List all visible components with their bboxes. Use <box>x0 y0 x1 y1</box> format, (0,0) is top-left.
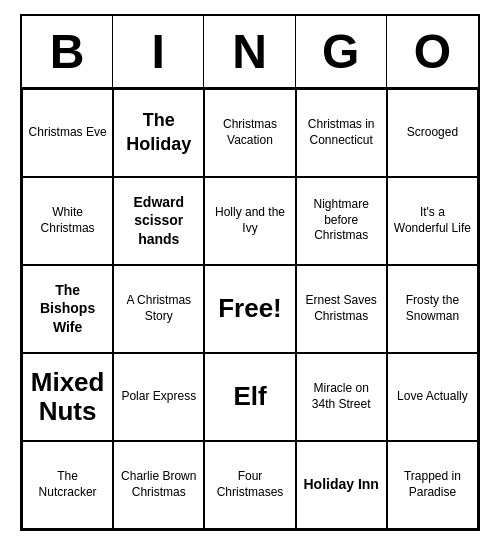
bingo-cell-16[interactable]: Polar Express <box>113 353 204 441</box>
bingo-cell-19[interactable]: Love Actually <box>387 353 478 441</box>
bingo-cell-21[interactable]: Charlie Brown Christmas <box>113 441 204 529</box>
bingo-cell-0[interactable]: Christmas Eve <box>22 89 113 177</box>
bingo-cell-11[interactable]: A Christmas Story <box>113 265 204 353</box>
bingo-cell-20[interactable]: The Nutcracker <box>22 441 113 529</box>
bingo-letter-g: G <box>296 16 387 87</box>
bingo-cell-9[interactable]: It's a Wonderful Life <box>387 177 478 265</box>
bingo-grid: Christmas EveThe HolidayChristmas Vacati… <box>22 89 478 529</box>
bingo-cell-22[interactable]: Four Christmases <box>204 441 295 529</box>
bingo-letter-n: N <box>204 16 295 87</box>
bingo-cell-7[interactable]: Holly and the Ivy <box>204 177 295 265</box>
bingo-letter-i: I <box>113 16 204 87</box>
bingo-cell-10[interactable]: The Bishops Wife <box>22 265 113 353</box>
bingo-cell-1[interactable]: The Holiday <box>113 89 204 177</box>
bingo-cell-13[interactable]: Ernest Saves Christmas <box>296 265 387 353</box>
bingo-cell-4[interactable]: Scrooged <box>387 89 478 177</box>
bingo-cell-6[interactable]: Edward scissor hands <box>113 177 204 265</box>
bingo-cell-3[interactable]: Christmas in Connecticut <box>296 89 387 177</box>
bingo-letter-b: B <box>22 16 113 87</box>
bingo-cell-23[interactable]: Holiday Inn <box>296 441 387 529</box>
bingo-letter-o: O <box>387 16 478 87</box>
bingo-cell-17[interactable]: Elf <box>204 353 295 441</box>
bingo-cell-2[interactable]: Christmas Vacation <box>204 89 295 177</box>
bingo-cell-15[interactable]: Mixed Nuts <box>22 353 113 441</box>
bingo-cell-12[interactable]: Free! <box>204 265 295 353</box>
bingo-cell-14[interactable]: Frosty the Snowman <box>387 265 478 353</box>
bingo-cell-5[interactable]: White Christmas <box>22 177 113 265</box>
bingo-card: BINGO Christmas EveThe HolidayChristmas … <box>20 14 480 531</box>
bingo-cell-18[interactable]: Miracle on 34th Street <box>296 353 387 441</box>
bingo-header: BINGO <box>22 16 478 89</box>
bingo-cell-24[interactable]: Trapped in Paradise <box>387 441 478 529</box>
bingo-cell-8[interactable]: Nightmare before Christmas <box>296 177 387 265</box>
